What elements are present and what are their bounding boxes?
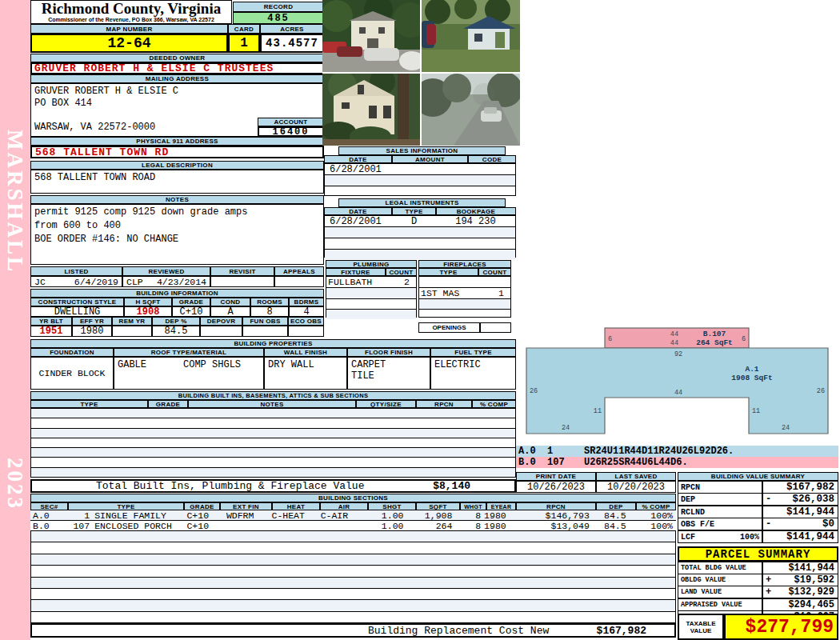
cond-value: A [210, 306, 250, 317]
sketch-vector-a: A.0 1 SR24U11R44D11R24U26L92D26. [516, 446, 838, 457]
ps-row-totalbldg: TOTAL BLDG VALUE $141,944 [678, 562, 838, 574]
openings-value [480, 322, 511, 333]
notes-label: NOTES [30, 195, 324, 204]
vs-row-rclnd: RCLND $141,944 [678, 506, 838, 518]
vs-obs-value: $0 [778, 518, 838, 530]
left-margin-band: MARSHALL 2023 [0, 0, 30, 640]
building-info-header-2: YR BLT EFF YR REM YR DEP % DEPOVR FUN OB… [30, 317, 324, 326]
card-label: CARD [228, 24, 260, 34]
row-b-comp: 100% [634, 521, 676, 530]
notes-box: permit 9125 comp 9125 down grade amps fr… [30, 204, 324, 265]
property-photo-4 [422, 74, 520, 146]
mailing-address-label: MAILING ADDRESS [30, 74, 324, 83]
building-properties-headers: FOUNDATION ROOF TYPE/MATERIAL WALL FINIS… [30, 348, 516, 357]
li-bookpage-value: 194 230 [436, 216, 515, 227]
built-ins-type-label: TYPE [30, 400, 148, 408]
sales-headers: DATE AMOUNT CODE [324, 155, 516, 163]
fireplaces-count-label: COUNT [478, 268, 511, 276]
construction-style-value: DWELLING [30, 306, 124, 317]
total-built-ins-value: $8,140 [433, 480, 470, 492]
sales-table: 6/28/2001 [324, 163, 516, 196]
dim-a-11-left: 11 [594, 407, 602, 415]
row-a-air: C-AIR [311, 510, 358, 520]
row-a-dep: 84.5 [596, 510, 634, 520]
replacement-cost-row: Building Replacement Cost New $167,982 [30, 623, 676, 638]
plumbing-row: FULLBATH 2 [326, 277, 416, 288]
listed-value: JC 6/4/2019 [30, 276, 122, 287]
sec-col-eyear: EYEAR [486, 502, 516, 510]
yrblt-value: 1951 [30, 326, 72, 337]
sales-row: 6/28/2001 [325, 164, 515, 175]
building-value-summary-title: BUILDING VALUE SUMMARY [678, 472, 838, 481]
sales-code-label: CODE [468, 155, 516, 163]
vector-b-sec: B.0 [516, 457, 547, 468]
vs-dep-op: - [763, 494, 778, 505]
dim-b-44-top: 44 [670, 330, 678, 338]
total-built-ins-row: Total Built Ins, Plumbing & Fireplace Va… [30, 479, 516, 493]
dep-value: 84.5 [152, 326, 200, 337]
ps-row-land: LAND VALUE + $132,929 [678, 586, 838, 599]
sec-col-type: TYPE [68, 502, 184, 510]
row-a-sec: A.0 [30, 510, 69, 520]
vector-a-path: SR24U11R44D11R24U26L92D26. [584, 446, 734, 457]
yrblt-label: YR BLT [30, 317, 72, 326]
last-saved-value: 10/20/2023 [596, 481, 676, 493]
plumbing-fixture-label: FIXTURE [326, 268, 386, 276]
row-b-air [311, 521, 358, 530]
property-photo-2 [422, 0, 520, 72]
depovr-value [200, 326, 242, 337]
sec-col-heat: HEAT [272, 502, 320, 510]
sec-col-grade: GRADE [184, 502, 220, 510]
vector-b-num: 107 [547, 457, 584, 468]
account-label: ACCOUNT [258, 118, 324, 126]
fireplaces-type-label: TYPE [418, 268, 478, 276]
roof-label: ROOF TYPE/MATERIAL [114, 348, 264, 357]
deeded-owner-label: DEEDED OWNER [30, 54, 324, 62]
vs-lcf-op [763, 531, 778, 542]
vs-lcf-pct: 100% [740, 533, 759, 542]
row-a-type: 1SINGLE FAMILY [69, 510, 180, 520]
ps-row-appraised: APPRAISED VALUE $294,465 [678, 599, 838, 611]
built-ins-grade-label: GRADE [148, 400, 188, 408]
wall-finish-value: DRY WALL [264, 357, 347, 390]
acres-value: 43.4577 [260, 34, 324, 53]
fireplaces-headers: TYPE COUNT [418, 268, 511, 276]
reviewed-label: REVIEWED [122, 266, 210, 276]
row-b-dep: 84.5 [596, 521, 634, 530]
taxable-value-label: TAXABLE VALUE [678, 614, 724, 640]
property-photos [322, 0, 520, 146]
sec-col-whgt: WHGT [460, 502, 486, 510]
plumbing-title: PLUMBING [326, 260, 417, 268]
legal-instruments-table: 6/28/2001 D 194 230 [324, 215, 516, 258]
row-b-eyear: 1980 [484, 521, 513, 530]
row-b-extfin [215, 521, 266, 530]
openings-label: OPENINGS [418, 322, 480, 333]
reviewed-date: 4/23/2014 [157, 277, 206, 287]
fuel-type-label: FUEL TYPE [430, 348, 516, 357]
physical-address-value: 568 TALLENT TOWN RD [30, 146, 324, 158]
legal-instruments-title: LEGAL INSTRUMENTS [338, 198, 506, 207]
fireplace-count-value: 1 [498, 288, 504, 298]
sketch-area-b-label: B.107 [703, 330, 726, 338]
li-date-value: 6/28/2001 [325, 216, 392, 227]
building-sketch: 44 44 6 6 92 26 26 44 11 11 24 24 B.107 … [520, 322, 840, 444]
building-section-row-b: B.0 107ENCLOSED PORCH C+10 1.00 264 8 19… [30, 521, 676, 531]
review-value-row: JC 6/4/2019 CLP 4/23/2014 [30, 276, 324, 287]
row-b-whgt: 8 [455, 521, 484, 530]
property-photo-1 [322, 0, 420, 72]
fireplace-row: 1ST MAS 1 [419, 288, 510, 299]
review-header-row: LISTED REVIEWED REVISIT APPEALS [30, 266, 324, 276]
vs-obs-op: - [763, 518, 778, 530]
floor-finish-1: CARPET [351, 359, 386, 370]
built-ins-rpcn-label: RPCN [416, 400, 472, 408]
row-b-grade: C+10 [181, 521, 215, 530]
effyr-value: 1980 [72, 326, 112, 337]
dim-a-24-left: 24 [562, 424, 570, 432]
plumbing-table: FULLBATH 2 [326, 276, 417, 318]
construction-style-label: CONSTRUCTION STYLE [30, 298, 124, 306]
parcel-summary-title: PARCEL SUMMARY [678, 546, 838, 562]
building-sections-title: BUILDING SECTIONS [30, 494, 676, 502]
legal-description-value: 568 TALLENT TOWN ROAD [34, 172, 155, 183]
rooms-label: ROOMS [250, 298, 289, 306]
sec-col-air: AIR [320, 502, 368, 510]
